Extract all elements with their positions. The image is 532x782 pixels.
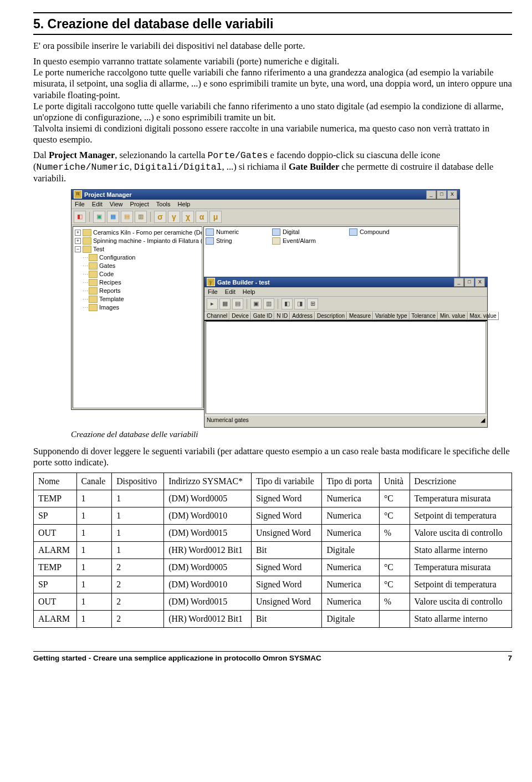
- expand-icon[interactable]: +: [75, 230, 81, 236]
- tree-item[interactable]: ⋯Configuration: [75, 253, 200, 262]
- toolbar-button[interactable]: ▤: [121, 211, 133, 223]
- close-button[interactable]: X: [447, 190, 457, 199]
- gate-type-numeric[interactable]: Numeric: [206, 228, 239, 236]
- menu-tools[interactable]: Tools: [155, 201, 175, 207]
- tree-item[interactable]: ⋯Reports: [75, 287, 200, 295]
- gb-statusbar: Numerical gates ◢: [204, 415, 487, 424]
- close-button[interactable]: X: [475, 278, 485, 287]
- folder-icon: [89, 271, 98, 278]
- th: Unità: [379, 473, 410, 490]
- separator: [89, 212, 90, 222]
- menu-view[interactable]: View: [109, 201, 127, 207]
- gate-type-digital[interactable]: Digital: [272, 228, 316, 236]
- pm-toolbar: ◧ ▣ ▦ ▤ ▥ σ γ χ α μ: [71, 209, 459, 225]
- toolbar-button[interactable]: ◧: [74, 211, 86, 223]
- maximize-button[interactable]: □: [464, 278, 474, 287]
- table-row: ALARM12(HR) Word0012 Bit1BitDigitaleStat…: [34, 610, 512, 627]
- toolbar-button[interactable]: ▣: [250, 298, 262, 309]
- table-cell: (DM) Word0015: [164, 593, 252, 610]
- alpha-icon[interactable]: α: [196, 211, 208, 223]
- gamma-icon[interactable]: γ: [168, 211, 180, 223]
- table-cell: 1: [76, 558, 112, 576]
- separator: [278, 299, 278, 309]
- col-header[interactable]: Min. value: [438, 312, 468, 320]
- toolbar-button[interactable]: ▥: [263, 298, 274, 309]
- gb-column-headers: Channel Device Gate ID N ID Address Desc…: [204, 312, 487, 321]
- pm-titlebar[interactable]: π Project Manager _ □ X: [71, 190, 459, 200]
- table-cell: 2: [112, 610, 164, 627]
- table-cell: 1: [76, 490, 112, 507]
- section-heading: 5. Creazione del database delle variabil…: [33, 17, 512, 32]
- minimize-button[interactable]: _: [426, 190, 436, 199]
- table-cell: 2: [112, 593, 164, 610]
- table-cell: Numerica: [322, 507, 380, 524]
- toolbar-button[interactable]: ▦: [107, 211, 119, 223]
- col-header[interactable]: Device: [229, 312, 251, 320]
- col-header[interactable]: Channel: [204, 312, 229, 320]
- tree-item[interactable]: +Ceramics Kiln - Forno per ceramiche (De…: [75, 228, 200, 237]
- table-cell: Signed Word: [252, 507, 322, 524]
- menu-project[interactable]: Project: [129, 201, 154, 207]
- collapse-icon[interactable]: −: [75, 246, 81, 252]
- mu-icon[interactable]: μ: [209, 211, 222, 223]
- table-cell: Numerica: [322, 558, 380, 576]
- gate-type-compound[interactable]: Compound: [349, 228, 390, 236]
- toolbar-button[interactable]: ◧: [282, 298, 293, 309]
- menu-edit[interactable]: Edit: [91, 201, 107, 207]
- maximize-button[interactable]: □: [437, 190, 447, 199]
- col-header[interactable]: Gate ID: [251, 312, 274, 320]
- gate-icon: [206, 228, 214, 236]
- gb-titlebar[interactable]: γ Gate Builder - test _ □ X: [204, 277, 487, 287]
- th: Dispositivo: [112, 473, 164, 490]
- table-cell: ALARM: [34, 610, 77, 627]
- table-cell: 2: [112, 576, 164, 593]
- tree-item[interactable]: ⋯Template: [75, 295, 200, 303]
- gb-grid-body[interactable]: [206, 321, 486, 414]
- col-header[interactable]: Address: [290, 312, 315, 320]
- expand-icon[interactable]: +: [75, 238, 81, 244]
- col-header[interactable]: Description: [315, 312, 347, 320]
- table-cell: (DM) Word0010: [164, 507, 252, 524]
- gb-toolbar: ▸ ▦ ▤ ▣ ▥ ◧ ◨ ⊞: [204, 297, 487, 312]
- col-header[interactable]: Measure: [347, 312, 373, 320]
- tree-item[interactable]: ⋯Code: [75, 270, 200, 278]
- paragraph-instruction: Dal Project Manager, selezionando la car…: [33, 150, 512, 184]
- resize-grip-icon[interactable]: ◢: [480, 417, 485, 423]
- col-header[interactable]: Max. value: [468, 312, 499, 320]
- menu-edit[interactable]: Edit: [224, 288, 240, 295]
- tree-item[interactable]: ⋯Recipes: [75, 278, 200, 287]
- minimize-button[interactable]: _: [454, 278, 464, 287]
- toolbar-button[interactable]: ▤: [232, 298, 243, 309]
- table-cell: Digitale: [322, 541, 380, 558]
- toolbar-button[interactable]: ⊞: [307, 298, 318, 309]
- tree-item[interactable]: ⋯Images: [75, 303, 200, 312]
- menu-help[interactable]: Help: [242, 288, 260, 295]
- toolbar-button[interactable]: ▥: [135, 211, 147, 223]
- toolbar-button[interactable]: ▸: [207, 298, 218, 309]
- col-header[interactable]: N ID: [274, 312, 290, 320]
- screenshot-caption: Creazione del database delle variabili: [71, 430, 512, 439]
- tree-item[interactable]: −Test: [75, 245, 200, 253]
- tree-item[interactable]: ⋯Gates: [75, 262, 200, 270]
- table-cell: Bit: [252, 610, 322, 627]
- table-cell: Stato allarme interno: [410, 541, 511, 558]
- toolbar-button[interactable]: ◨: [294, 298, 305, 309]
- col-header[interactable]: Tolerance: [410, 312, 438, 320]
- table-row: SP12(DM) Word0010Signed WordNumerica°CSe…: [34, 576, 512, 593]
- chi-icon[interactable]: χ: [182, 211, 194, 223]
- table-cell: 1: [76, 541, 112, 558]
- menu-file[interactable]: File: [207, 288, 222, 295]
- table-cell: Setpoint di temperatura: [410, 576, 511, 593]
- th: Tipo di variabile: [252, 473, 322, 490]
- col-header[interactable]: Variable type: [373, 312, 410, 320]
- menu-help[interactable]: Help: [177, 201, 195, 207]
- gate-type-string[interactable]: String: [206, 237, 239, 245]
- toolbar-button[interactable]: ▦: [219, 298, 231, 309]
- folder-icon: [83, 237, 91, 245]
- tree-item[interactable]: +Spinning machine - Impianto di Filatura…: [75, 237, 200, 245]
- gate-type-event[interactable]: Event/Alarm: [272, 237, 316, 245]
- table-cell: [379, 610, 410, 627]
- menu-file[interactable]: File: [74, 201, 89, 207]
- sigma-icon[interactable]: σ: [154, 211, 166, 223]
- toolbar-button[interactable]: ▣: [93, 211, 105, 223]
